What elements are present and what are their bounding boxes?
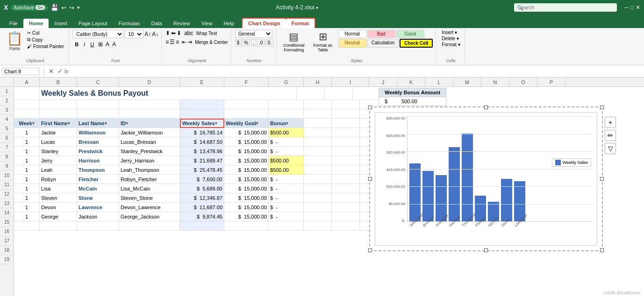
italic-button[interactable]: I: [81, 41, 87, 48]
cell-i1[interactable]: [325, 87, 353, 100]
week-filter[interactable]: ▾: [32, 121, 35, 126]
row-num-3[interactable]: 3: [0, 106, 14, 115]
cell-b4[interactable]: First Name ▾: [40, 119, 77, 128]
cell-g9[interactable]: $500.00: [269, 165, 304, 175]
cell-a2[interactable]: [14, 100, 40, 109]
format-button[interactable]: Format ▾: [442, 42, 460, 47]
cell-c9[interactable]: Thompson: [77, 165, 119, 175]
tab-home[interactable]: Home: [23, 19, 49, 28]
cell-h8[interactable]: [304, 156, 332, 165]
cell-e11[interactable]: $ 5,689.00: [180, 184, 224, 193]
tab-insert[interactable]: Insert: [49, 19, 73, 28]
cell-h3[interactable]: [304, 109, 332, 119]
handle-top-right[interactable]: [600, 106, 604, 109]
col-header-n[interactable]: N: [481, 78, 509, 86]
row-num-9[interactable]: 9: [0, 162, 14, 171]
name-box[interactable]: Chart 8: [2, 68, 39, 75]
align-bottom-icon[interactable]: ⬇: [177, 30, 181, 36]
cell-f3[interactable]: [224, 109, 269, 119]
cell-b2[interactable]: [40, 100, 77, 109]
cell-j1[interactable]: [353, 87, 381, 100]
decrease-font-icon[interactable]: A↓: [152, 31, 158, 37]
cell-i7[interactable]: [332, 147, 360, 156]
cell-g8[interactable]: $500.00: [269, 156, 304, 165]
cell-d7[interactable]: Stanley_Prestwick: [119, 147, 180, 156]
row-num-2[interactable]: 2: [0, 96, 14, 106]
cell-e10[interactable]: $ 7,600.00: [180, 175, 224, 184]
cell-c4[interactable]: Last Name ▾: [77, 119, 119, 128]
confirm-formula-icon[interactable]: ✓: [57, 68, 63, 75]
tab-file[interactable]: File: [4, 19, 23, 28]
row-num-8[interactable]: 8: [0, 152, 14, 162]
accounting-icon[interactable]: $: [235, 39, 242, 46]
row-num-13[interactable]: 13: [0, 199, 14, 208]
tab-page-layout[interactable]: Page Layout: [73, 19, 113, 28]
chart-filter-button[interactable]: ▽: [605, 143, 616, 154]
cell-e15[interactable]: [180, 221, 224, 231]
cell-e3[interactable]: [180, 109, 224, 119]
row-num-18[interactable]: 18: [0, 246, 14, 255]
cell-a3[interactable]: [14, 109, 40, 119]
cell-c11[interactable]: McCain: [77, 184, 119, 193]
check-cell-style[interactable]: Check Cell: [400, 39, 433, 48]
font-family-select[interactable]: Calibri (Body): [72, 30, 124, 38]
align-middle-icon[interactable]: ⬅: [171, 30, 176, 36]
cell-d14[interactable]: George_Jackson: [119, 212, 180, 221]
cell-g4[interactable]: Bonus ▾: [269, 119, 304, 128]
cell-c8[interactable]: Harrison: [77, 156, 119, 165]
col-header-p[interactable]: P: [537, 78, 565, 86]
bonus-filter[interactable]: ▾: [286, 121, 288, 126]
cell-b15[interactable]: [40, 221, 77, 231]
cell-b1[interactable]: Weekly Sales & Bonus Payout: [40, 87, 297, 100]
conditional-formatting-button[interactable]: ▤ Conditional Formatting: [280, 30, 308, 53]
col-header-o[interactable]: O: [509, 78, 537, 86]
cell-e6[interactable]: $ 14,687.50: [180, 137, 224, 147]
cell-a15[interactable]: [14, 221, 40, 231]
cell-g2[interactable]: [269, 100, 304, 109]
cell-i8[interactable]: [332, 156, 360, 165]
row-num-19[interactable]: 19: [0, 255, 14, 264]
save-icon[interactable]: 💾: [50, 4, 58, 11]
cell-i5[interactable]: [332, 128, 360, 137]
formula-input[interactable]: [70, 69, 642, 74]
cell-c3[interactable]: [77, 109, 119, 119]
row-num-6[interactable]: 6: [0, 134, 14, 143]
chart-style-button[interactable]: ✏: [605, 130, 616, 141]
cell-e12[interactable]: $ 12,346.87: [180, 193, 224, 203]
indent-increase-icon[interactable]: ⇥: [187, 39, 192, 45]
sales-filter[interactable]: ▾: [215, 121, 217, 126]
copy-button[interactable]: ⧉ Copy: [26, 36, 65, 43]
align-left-icon[interactable]: ≡: [165, 39, 169, 45]
cell-b7[interactable]: Stanley: [40, 147, 77, 156]
merge-center-button[interactable]: Merge & Center: [195, 40, 228, 45]
col-header-g[interactable]: G: [269, 78, 304, 86]
cell-i4[interactable]: [332, 119, 360, 128]
cell-c13[interactable]: Lawrence: [77, 203, 119, 212]
cell-h12[interactable]: [304, 193, 332, 203]
cell-c12[interactable]: Stone: [77, 193, 119, 203]
cell-d9[interactable]: Leah_Thompson: [119, 165, 180, 175]
cell-i13[interactable]: [332, 203, 360, 212]
cell-g10[interactable]: $ -: [269, 175, 304, 184]
cell-b3[interactable]: [40, 109, 77, 119]
increase-decimal-icon[interactable]: .0: [257, 39, 265, 46]
cell-e8[interactable]: $ 21,689.47: [180, 156, 224, 165]
cell-a4[interactable]: Week ▾: [14, 119, 40, 128]
paste-button[interactable]: 📋 Paste: [5, 30, 25, 52]
cell-b6[interactable]: Lucas: [40, 137, 77, 147]
cell-f15[interactable]: [224, 221, 269, 231]
tab-data[interactable]: Data: [145, 19, 167, 28]
delete-button[interactable]: Delete ▾: [442, 36, 459, 41]
percent-icon[interactable]: %: [242, 39, 250, 46]
wrap-text-button[interactable]: Wrap Text: [196, 31, 217, 36]
cell-g7[interactable]: $ -: [269, 147, 304, 156]
goal-filter[interactable]: ▾: [256, 121, 258, 126]
cell-d11[interactable]: Lisa_McCain: [119, 184, 180, 193]
cell-i10[interactable]: [332, 175, 360, 184]
cell-i3[interactable]: [332, 109, 360, 119]
close-icon[interactable]: ✕: [636, 4, 640, 11]
fill-color-button[interactable]: A: [106, 41, 109, 48]
dropdown-arrow[interactable]: ▾: [316, 5, 318, 10]
cell-i6[interactable]: [332, 137, 360, 147]
tab-format[interactable]: Format: [286, 19, 315, 28]
